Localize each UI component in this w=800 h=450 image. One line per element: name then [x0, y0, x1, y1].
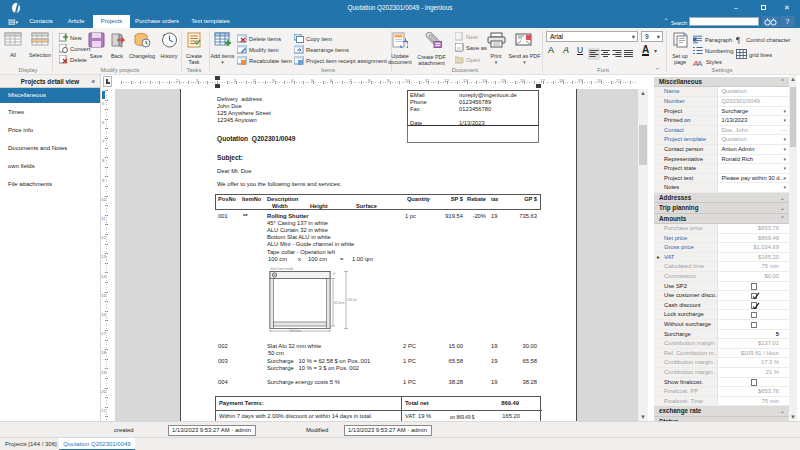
svg-text:A: A [697, 59, 703, 67]
svg-text:100.0cm: 100.0cm [289, 329, 302, 332]
svg-text:View from inside: View from inside [270, 267, 294, 271]
svg-text:100.0cm: 100.0cm [347, 298, 357, 302]
svg-text:84.0cm: 84.0cm [334, 301, 345, 305]
svg-text:¶: ¶ [736, 35, 740, 44]
svg-text:-0°: -0° [332, 272, 337, 276]
